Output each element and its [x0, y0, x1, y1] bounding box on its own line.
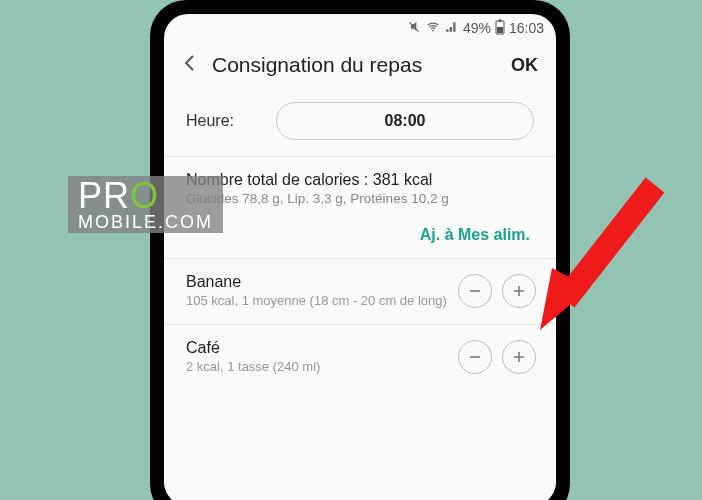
- wifi-icon: [426, 20, 440, 37]
- page-title: Consignation du repas: [212, 53, 511, 77]
- battery-percent: 49%: [463, 20, 491, 36]
- minus-button[interactable]: [458, 340, 492, 374]
- food-detail: 105 kcal, 1 moyenne (18 cm - 20 cm de lo…: [186, 293, 448, 310]
- quantity-stepper: [458, 274, 536, 308]
- signal-icon: [445, 20, 459, 37]
- watermark-line1b: O: [130, 175, 159, 216]
- total-calories: Nombre total de calories : 381 kcal: [186, 171, 534, 189]
- svg-line-0: [409, 22, 418, 31]
- phone-frame: 49% 16:03 Consignation du repas OK Heure…: [150, 0, 570, 500]
- macros-line: Glucides 78,8 g, Lip. 3,3 g, Protéines 1…: [186, 191, 534, 206]
- time-label: Heure:: [186, 112, 276, 130]
- watermark-line1a: PR: [78, 175, 130, 216]
- time-row: Heure: 08:00: [164, 94, 556, 156]
- food-name: Banane: [186, 273, 448, 291]
- mute-icon: [407, 20, 421, 37]
- quantity-stepper: [458, 340, 536, 374]
- svg-rect-3: [498, 19, 501, 21]
- food-detail: 2 kcal, 1 tasse (240 ml): [186, 359, 448, 376]
- watermark-overlay: PRO MOBILE.COM: [68, 176, 223, 233]
- food-item: Banane 105 kcal, 1 moyenne (18 cm - 20 c…: [164, 259, 556, 324]
- status-bar: 49% 16:03: [164, 14, 556, 42]
- svg-rect-4: [497, 27, 503, 33]
- svg-point-1: [432, 29, 434, 31]
- watermark-line2: MOBILE.COM: [78, 214, 213, 230]
- plus-button[interactable]: [502, 274, 536, 308]
- time-picker[interactable]: 08:00: [276, 102, 534, 140]
- app-bar: Consignation du repas OK: [164, 42, 556, 94]
- back-icon[interactable]: [182, 52, 198, 78]
- food-item: Café 2 kcal, 1 tasse (240 ml): [164, 325, 556, 390]
- plus-button[interactable]: [502, 340, 536, 374]
- battery-icon: [495, 19, 505, 38]
- clock-time: 16:03: [509, 20, 544, 36]
- minus-button[interactable]: [458, 274, 492, 308]
- add-to-my-foods-link[interactable]: Aj. à Mes alim.: [420, 226, 530, 244]
- screen: 49% 16:03 Consignation du repas OK Heure…: [164, 14, 556, 500]
- food-name: Café: [186, 339, 448, 357]
- ok-button[interactable]: OK: [511, 55, 538, 76]
- svg-line-11: [565, 185, 655, 300]
